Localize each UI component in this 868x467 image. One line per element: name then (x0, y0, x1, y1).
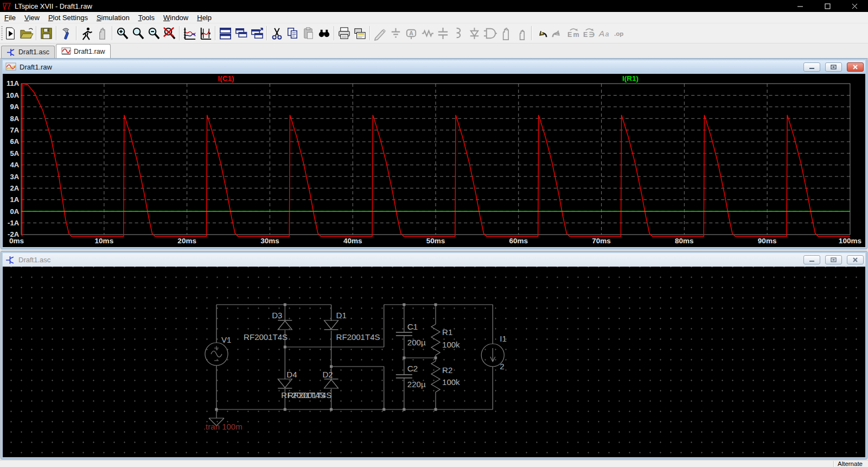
toolbar-halt-button[interactable] (94, 26, 110, 41)
toolbar-zoom-out-button[interactable] (146, 26, 162, 41)
waveform-icon (61, 47, 71, 55)
toolbar-separator (56, 26, 57, 40)
svg-text:100ms: 100ms (839, 237, 861, 245)
app-titlebar: LTspice XVII - Draft1.raw (0, 0, 868, 12)
waveform-close-button[interactable] (847, 62, 864, 72)
toolbar-drag-button[interactable] (514, 26, 529, 41)
toolbar-separator (215, 26, 216, 40)
toolbar-cursor-plot-button[interactable] (197, 26, 213, 41)
svg-text:.op: .op (614, 30, 623, 37)
menu-plot-settings[interactable]: Plot Settings (44, 12, 92, 23)
schematic-window-icon (5, 256, 15, 264)
svg-text:D3: D3 (272, 311, 282, 320)
toolbar-autorange-plot-button[interactable] (182, 26, 197, 41)
toolbar-component-button[interactable] (482, 26, 498, 41)
toolbar-mirror-button[interactable]: Em (565, 26, 581, 41)
schematic-window-titlebar[interactable]: Draft1.asc (3, 253, 865, 267)
toolbar-tile-vertical-button[interactable] (233, 26, 249, 41)
schematic-restore-button[interactable] (825, 255, 842, 264)
svg-text:.tran 100m: .tran 100m (203, 422, 242, 431)
svg-text:m: m (573, 31, 579, 39)
waveform-plot-area[interactable]: 11A10A9A8A7A6A5A4A3A2A1A0A-1A-2A0ms10ms2… (3, 74, 865, 247)
toolbar-inductor-button[interactable] (451, 26, 467, 41)
menu-file[interactable]: File (0, 12, 20, 23)
schematic-minimize-button[interactable] (803, 255, 820, 264)
toolbar-zoom-in-button[interactable] (114, 26, 130, 41)
svg-text:70ms: 70ms (592, 237, 611, 245)
tab-draft1-asc[interactable]: Draft1.asc (1, 46, 55, 58)
toolbar-print-button[interactable] (336, 26, 352, 41)
svg-text:200µ: 200µ (407, 338, 426, 347)
toolbar-diode-button[interactable] (467, 26, 482, 41)
toolbar-separator (369, 26, 371, 40)
schematic-close-button[interactable] (847, 255, 864, 264)
svg-text:8A: 8A (10, 115, 19, 123)
svg-text:a: a (605, 30, 609, 38)
schematic-window: Draft1.asc V1D3RF2001T4SD1RF2001T4SD4D2R… (1, 251, 867, 459)
svg-text:30ms: 30ms (260, 237, 279, 245)
waveform-window: Draft1.raw 11A10A9A8A7A6A5A4A3A2A1A0A-1A… (1, 59, 867, 249)
toolbar-open-file-button[interactable] (18, 26, 34, 41)
schematic-window-title: Draft1.asc (18, 256, 800, 264)
svg-text:50ms: 50ms (426, 237, 445, 245)
toolbar-zoom-fit-button[interactable] (162, 26, 177, 41)
toolbar-resistor-button[interactable] (419, 26, 435, 41)
toolbar-print-preview-button[interactable] (352, 26, 368, 41)
schematic-canvas[interactable]: V1D3RF2001T4SD1RF2001T4SD4D2RF2001T4SRF2… (3, 267, 865, 457)
menu-window[interactable]: Window (159, 12, 193, 23)
svg-text:100k: 100k (442, 377, 460, 387)
toolbar-cut-button[interactable] (269, 26, 285, 41)
menu-view[interactable]: View (20, 12, 44, 23)
toolbar-zoom-area-button[interactable] (130, 26, 146, 41)
toolbar-redo-button[interactable] (550, 26, 565, 41)
toolbar-paste-button[interactable] (301, 26, 316, 41)
tab-label: Draft1.asc (18, 48, 49, 56)
toolbar-draw-wire-button[interactable] (372, 26, 388, 41)
svg-text:5A: 5A (10, 149, 19, 157)
app-close-button[interactable] (841, 0, 868, 12)
waveform-window-titlebar[interactable]: Draft1.raw (3, 60, 865, 74)
waveform-restore-button[interactable] (825, 62, 842, 72)
toolbar-net-label-button[interactable]: A (404, 26, 419, 41)
svg-text:I1: I1 (500, 334, 507, 343)
toolbar-separator (112, 26, 113, 40)
app-title: LTspice XVII - Draft1.raw (15, 2, 787, 10)
toolbar-undo-button[interactable] (534, 26, 550, 41)
statusbar: Alternate (0, 460, 868, 467)
svg-text:V1: V1 (221, 335, 231, 344)
toolbar-capacitor-button[interactable] (435, 26, 451, 41)
tab-draft1-raw[interactable]: Draft1.raw (56, 44, 111, 58)
svg-text:60ms: 60ms (509, 237, 528, 245)
ltspice-app: LTspice XVII - Draft1.raw FileViewPlot S… (0, 0, 868, 467)
toolbar-separator (179, 26, 180, 40)
toolbar-cascade-windows-button[interactable] (249, 26, 265, 41)
menu-simulation[interactable]: Simulation (92, 12, 134, 23)
svg-text:D4: D4 (286, 370, 297, 379)
toolbar-copy-button[interactable] (285, 26, 301, 41)
toolbar-rotate-button[interactable]: E∋ (581, 26, 597, 41)
toolbar-new-schematic-button[interactable] (3, 26, 18, 41)
toolbar-find-button[interactable] (316, 26, 332, 41)
waveform-minimize-button[interactable] (803, 62, 820, 72)
toolbar-separator (531, 26, 532, 40)
toolbar-ground-button[interactable] (388, 26, 404, 41)
toolbar: AEmE∋Aa.op (0, 23, 868, 43)
svg-text:C1: C1 (407, 322, 418, 331)
app-minimize-button[interactable] (787, 0, 814, 12)
toolbar-move-button[interactable] (498, 26, 514, 41)
schematic-icon (7, 48, 16, 56)
svg-text:40ms: 40ms (343, 237, 362, 245)
toolbar-control-panel-button[interactable] (59, 26, 74, 41)
toolbar-tile-horizontal-button[interactable] (218, 26, 233, 41)
toolbar-spice-directive-button[interactable]: .op (612, 26, 628, 41)
svg-text:E: E (583, 31, 588, 39)
toolbar-text-tool-button[interactable]: Aa (597, 26, 612, 41)
app-maximize-button[interactable] (814, 0, 841, 12)
svg-text:220µ: 220µ (407, 380, 426, 389)
svg-text:D1: D1 (336, 311, 347, 320)
menu-tools[interactable]: Tools (134, 12, 159, 23)
toolbar-save-button[interactable] (39, 26, 54, 41)
statusbar-separator (833, 461, 834, 467)
menu-help[interactable]: Help (193, 12, 216, 23)
toolbar-run-button[interactable] (79, 26, 94, 41)
